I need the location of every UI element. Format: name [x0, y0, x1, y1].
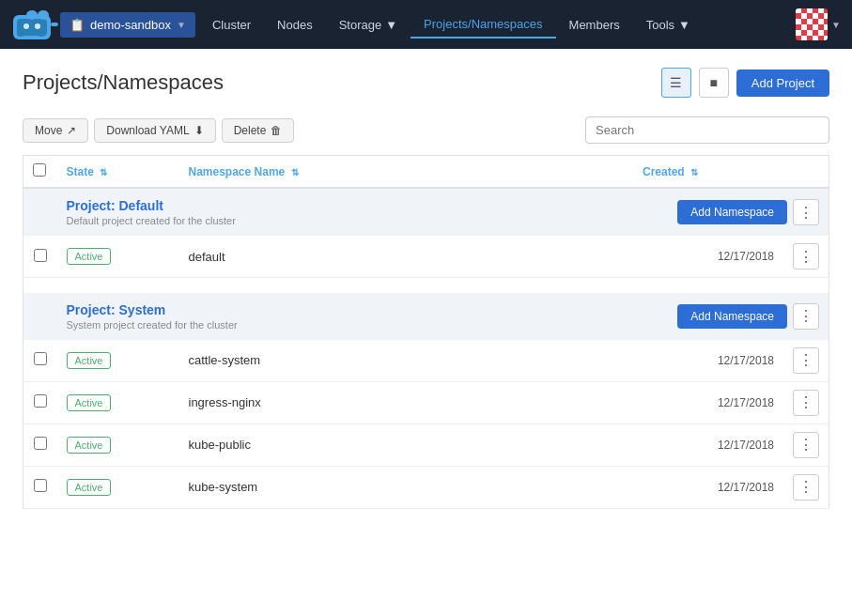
list-view-button[interactable]: ☰	[661, 68, 691, 98]
row-checkbox-cell	[23, 236, 57, 278]
project-desc: Default project created for the cluster	[67, 215, 625, 226]
toolbar-left: Move ↗ Download YAML ⬇ Delete 🗑	[23, 118, 294, 143]
name-sort-icon: ⇅	[291, 167, 299, 177]
ns-actions-cell-1-2: ⋮	[783, 424, 829, 466]
ns-more-button-1-2[interactable]: ⋮	[793, 432, 819, 458]
ns-actions-cell-1-3: ⋮	[783, 466, 829, 508]
toolbar: Move ↗ Download YAML ⬇ Delete 🗑	[23, 116, 829, 144]
ns-actions-cell-1-0: ⋮	[783, 340, 829, 382]
ns-state-cell: Active	[57, 236, 179, 278]
row-checkbox-cell	[23, 424, 57, 466]
active-badge-1-3: Active	[67, 479, 112, 496]
project-group-actions: Add Namespace ⋮	[643, 303, 819, 330]
col-header-created[interactable]: Created ⇅	[633, 156, 783, 189]
delete-icon: 🗑	[271, 124, 282, 137]
col-header-state[interactable]: State ⇅	[57, 156, 179, 189]
delete-button[interactable]: Delete 🗑	[222, 118, 295, 143]
ns-date-cell-1-0: 12/17/2018	[633, 340, 783, 382]
ns-more-button-1-1[interactable]: ⋮	[793, 390, 819, 416]
row-checkbox-cell	[23, 340, 57, 382]
top-navigation: 📋 demo-sandbox ▼ Cluster Nodes Storage ▼…	[0, 0, 852, 49]
download-yaml-button[interactable]: Download YAML ⬇	[94, 118, 215, 143]
ns-name-cell-1-3[interactable]: kube-system	[179, 466, 634, 508]
select-all-checkbox[interactable]	[33, 163, 46, 177]
active-badge-1-0: Active	[67, 352, 112, 369]
card-view-icon: ■	[710, 75, 718, 90]
ns-date-cell-1-3: 12/17/2018	[633, 466, 783, 508]
page-header: Projects/Namespaces ☰ ■ Add Project	[23, 68, 829, 98]
ns-date-cell-1-1: 12/17/2018	[633, 381, 783, 424]
ns-name-cell-1-2[interactable]: kube-public	[179, 424, 634, 466]
svg-rect-6	[51, 23, 58, 26]
nav-items: Cluster Nodes Storage ▼ Projects/Namespa…	[199, 11, 796, 38]
add-namespace-button-0[interactable]: Add Namespace	[677, 200, 787, 224]
add-namespace-button-1[interactable]: Add Namespace	[677, 304, 787, 329]
ns-name-cell-1-1[interactable]: ingress-nginx	[179, 381, 634, 424]
project-group-header-1: Project: System System project created f…	[23, 293, 829, 340]
list-view-icon: ☰	[670, 75, 682, 90]
download-icon: ⬇	[194, 124, 204, 137]
ns-date-cell-0-0: 12/17/2018	[633, 236, 783, 278]
svg-point-2	[26, 10, 38, 20]
nav-item-projects[interactable]: Projects/Namespaces	[411, 11, 555, 38]
user-avatar-dropdown[interactable]: ▼	[796, 8, 841, 40]
ns-more-button-1-0[interactable]: ⋮	[793, 347, 819, 374]
nav-item-members[interactable]: Members	[556, 12, 633, 38]
ns-state-cell: Active	[57, 340, 179, 382]
ns-state-cell: Active	[57, 424, 179, 466]
add-project-button[interactable]: Add Project	[736, 69, 829, 97]
card-view-button[interactable]: ■	[699, 68, 729, 98]
row-checkbox-cell	[23, 466, 57, 508]
nav-brand-selector[interactable]: 📋 demo-sandbox ▼	[60, 12, 195, 38]
nav-item-cluster[interactable]: Cluster	[199, 12, 264, 38]
ns-row-1-0: Active cattle-system 12/17/2018 ⋮	[23, 340, 829, 382]
brand-chevron-icon: ▼	[177, 20, 186, 30]
namespaces-table: State ⇅ Namespace Name ⇅ Created ⇅ Proje…	[23, 155, 829, 509]
ns-name-cell-1-0[interactable]: cattle-system	[179, 340, 634, 382]
select-all-header	[23, 156, 57, 189]
ns-row-1-2: Active kube-public 12/17/2018 ⋮	[23, 424, 829, 466]
project-group-actions-cell: Add Namespace ⋮	[633, 293, 829, 340]
nav-item-storage[interactable]: Storage ▼	[326, 12, 411, 38]
row-checkbox-1-0[interactable]	[34, 352, 47, 365]
row-checkbox-cell	[23, 381, 57, 424]
brand-doc-icon: 📋	[70, 18, 85, 32]
ns-state-cell: Active	[57, 466, 179, 508]
col-header-name[interactable]: Namespace Name ⇅	[179, 156, 634, 189]
user-chevron-icon: ▼	[831, 20, 841, 30]
ns-row-1-3: Active kube-system 12/17/2018 ⋮	[23, 466, 829, 508]
ns-row-0-0: Active default 12/17/2018 ⋮	[23, 236, 829, 278]
project-name: Project: System	[67, 302, 625, 317]
move-icon: ↗	[67, 124, 76, 137]
ns-more-button-0-0[interactable]: ⋮	[793, 243, 819, 270]
project-more-button-0[interactable]: ⋮	[793, 199, 819, 225]
active-badge-1-2: Active	[67, 437, 112, 454]
svg-point-7	[23, 23, 29, 29]
row-checkbox-0-0[interactable]	[34, 249, 47, 262]
spacer-row	[23, 278, 829, 293]
nav-item-tools[interactable]: Tools ▼	[633, 12, 704, 38]
svg-point-8	[35, 23, 40, 29]
row-checkbox-1-1[interactable]	[34, 394, 47, 408]
tools-chevron-icon: ▼	[678, 18, 690, 32]
search-input[interactable]	[585, 116, 829, 144]
row-checkbox-1-2[interactable]	[34, 437, 47, 450]
row-checkbox-1-3[interactable]	[34, 479, 47, 492]
project-group-header-0: Project: Default Default project created…	[23, 188, 829, 236]
ns-actions-cell-1-1: ⋮	[783, 381, 829, 424]
ns-actions-cell-0-0: ⋮	[783, 236, 829, 278]
svg-point-5	[38, 31, 45, 37]
nav-item-nodes[interactable]: Nodes	[264, 12, 326, 38]
header-actions: ☰ ■ Add Project	[661, 68, 829, 98]
active-badge-1-1: Active	[67, 394, 112, 411]
svg-point-4	[17, 31, 24, 37]
user-avatar	[796, 8, 828, 40]
ns-name-cell-0-0[interactable]: default	[179, 236, 634, 278]
app-logo[interactable]	[11, 6, 60, 43]
move-button[interactable]: Move ↗	[23, 118, 88, 143]
state-sort-icon: ⇅	[100, 167, 107, 177]
ns-more-button-1-3[interactable]: ⋮	[793, 474, 819, 500]
project-more-button-1[interactable]: ⋮	[793, 303, 819, 330]
svg-point-3	[38, 10, 49, 20]
project-group-actions-cell: Add Namespace ⋮	[633, 188, 829, 236]
